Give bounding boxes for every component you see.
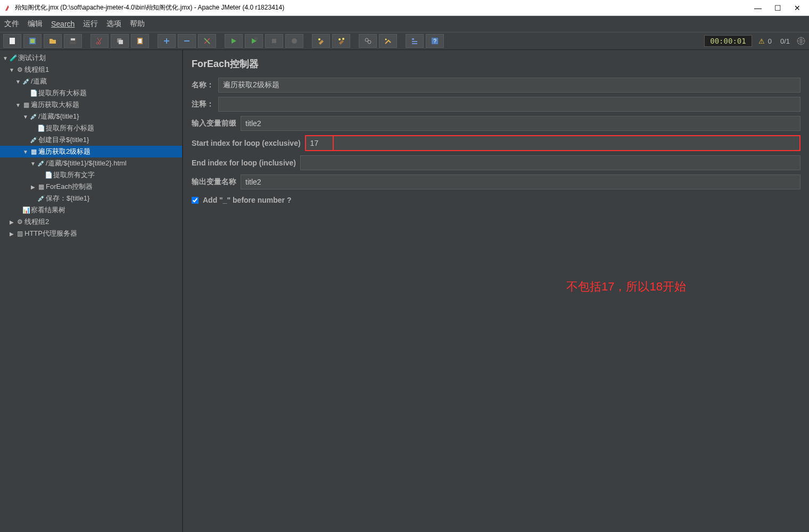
- tree-extractor[interactable]: 📄提取所有文字: [0, 169, 182, 181]
- tree-thread-group-1[interactable]: ▼⚙线程组1: [0, 64, 182, 76]
- tree-label: 提取所有文字: [53, 170, 95, 180]
- window-title: 殆知阁优化.jmx (D:\soft\apache-jmeter-4.0\bin…: [15, 3, 754, 12]
- menubar: 文件 编辑 Search 运行 选项 帮助: [0, 16, 809, 32]
- tree-panel: ▼🧪测试计划 ▼⚙线程组1 ▼💉/道藏 📄提取所有大标题 ▼▦遍历获取大标题 ▼…: [0, 50, 183, 532]
- svg-point-13: [339, 38, 341, 40]
- new-button[interactable]: [3, 34, 21, 48]
- tree-thread-group-2[interactable]: ▶⚙线程组2: [0, 216, 182, 228]
- pipette-icon: 💉: [36, 195, 46, 202]
- pipette-icon: 💉: [29, 113, 38, 120]
- panel-heading: ForEach控制器: [192, 57, 800, 70]
- status-area: ⚠ 0 0/1: [758, 36, 806, 46]
- doc-icon: 📄: [29, 89, 38, 97]
- pipette-icon: 💉: [36, 160, 46, 167]
- tree-label: /道藏/${title1}: [38, 112, 79, 121]
- menu-edit[interactable]: 编辑: [28, 19, 43, 29]
- menu-help[interactable]: 帮助: [130, 19, 145, 29]
- svg-rect-6: [119, 40, 123, 44]
- controller-icon: ▦: [21, 101, 31, 109]
- menu-file[interactable]: 文件: [4, 19, 19, 29]
- close-button[interactable]: ✕: [794, 4, 800, 12]
- open-button[interactable]: [44, 34, 62, 48]
- gear-icon: ⚙: [15, 66, 24, 73]
- templates-button[interactable]: [23, 34, 42, 48]
- menu-search[interactable]: Search: [51, 20, 75, 28]
- testplan-icon: 🧪: [9, 54, 18, 62]
- clear-all-button[interactable]: [332, 34, 350, 48]
- tree-beanshell[interactable]: 💉创建目录${title1}: [0, 134, 182, 146]
- doc-icon: 📄: [44, 171, 53, 179]
- warning-count: 0: [768, 37, 772, 45]
- end-index-label: End index for loop (inclusive): [192, 159, 296, 167]
- start-index-rest[interactable]: [334, 135, 800, 151]
- tree-foreach-3[interactable]: ▶▦ForEach控制器: [0, 181, 182, 193]
- elapsed-timer: 00:00:01: [704, 35, 752, 47]
- tree-label: 创建目录${title1}: [38, 135, 89, 145]
- cut-button[interactable]: [90, 34, 109, 48]
- controller-icon: ▦: [29, 148, 38, 155]
- doc-icon: 📄: [36, 124, 46, 132]
- tree-label: 线程组1: [24, 65, 49, 74]
- start-index-input[interactable]: [305, 135, 334, 151]
- stop-button[interactable]: [265, 34, 283, 48]
- start-index-label: Start index for loop (exclusive): [192, 139, 301, 147]
- svg-point-11: [292, 38, 297, 44]
- underscore-checkbox[interactable]: [192, 197, 199, 204]
- save-button[interactable]: [64, 34, 82, 48]
- tree-http-proxy[interactable]: ▶▥HTTP代理服务器: [0, 228, 182, 239]
- tree-label: /道藏/${title1}/${title2}.html: [46, 159, 127, 168]
- svg-point-9: [254, 37, 258, 40]
- pipette-icon: 💉: [29, 136, 38, 144]
- clear-button[interactable]: [312, 34, 330, 48]
- content-panel: ForEach控制器 名称： 注释： 输入变量前缀 Start index fo…: [183, 50, 809, 532]
- tree-label: 遍历获取大标题: [31, 100, 79, 110]
- expand-button[interactable]: [158, 34, 176, 48]
- tree-http-sampler[interactable]: ▼💉/道藏/${title1}: [0, 111, 182, 122]
- comment-row: 注释：: [192, 97, 800, 112]
- shutdown-button[interactable]: [285, 34, 303, 48]
- tree-foreach-2-selected[interactable]: ▼▦遍历获取2级标题: [0, 146, 182, 157]
- tree-test-plan[interactable]: ▼🧪测试计划: [0, 52, 182, 64]
- search-button[interactable]: [359, 34, 377, 48]
- start-no-timers-button[interactable]: [245, 34, 263, 48]
- tree-extractor[interactable]: 📄提取所有大标题: [0, 87, 182, 99]
- minimize-button[interactable]: —: [754, 4, 762, 12]
- collapse-button[interactable]: [178, 34, 196, 48]
- tree-foreach-1[interactable]: ▼▦遍历获取大标题: [0, 99, 182, 111]
- gear-icon: ⚙: [15, 218, 24, 226]
- start-button[interactable]: [225, 34, 243, 48]
- reset-search-button[interactable]: [379, 34, 397, 48]
- output-var-input[interactable]: [241, 174, 800, 189]
- tree-label: HTTP代理服务器: [24, 229, 77, 238]
- thread-count: 0/1: [780, 37, 790, 45]
- menu-options[interactable]: 选项: [106, 19, 121, 29]
- output-var-row: 输出变量名称: [192, 174, 800, 189]
- globe-icon: [796, 36, 806, 46]
- menu-run[interactable]: 运行: [83, 19, 98, 29]
- annotation-text: 不包括17，所以18开始: [566, 279, 686, 295]
- svg-rect-4: [71, 38, 75, 40]
- tree-extractor[interactable]: 📄提取所有小标题: [0, 122, 182, 134]
- tree-save[interactable]: 💉保存：${title1}: [0, 193, 182, 204]
- svg-rect-10: [272, 39, 276, 43]
- tree-label: 提取所有小标题: [46, 123, 94, 133]
- tree-view-results[interactable]: 📊察看结果树: [0, 204, 182, 216]
- toggle-button[interactable]: [198, 34, 216, 48]
- function-helper-button[interactable]: [406, 34, 424, 48]
- name-row: 名称：: [192, 78, 800, 93]
- svg-point-12: [318, 38, 320, 40]
- end-index-input[interactable]: [300, 155, 800, 170]
- svg-rect-19: [412, 41, 417, 42]
- pipette-icon: 💉: [21, 78, 31, 85]
- svg-rect-2: [30, 39, 35, 43]
- tree-http-sampler[interactable]: ▼💉/道藏: [0, 76, 182, 87]
- name-input[interactable]: [218, 78, 800, 93]
- prefix-input[interactable]: [241, 116, 800, 131]
- tree-label: 线程组2: [24, 217, 49, 227]
- tree-http-sampler[interactable]: ▼💉/道藏/${title1}/${title2}.html: [0, 157, 182, 169]
- copy-button[interactable]: [111, 34, 129, 48]
- comment-input[interactable]: [218, 97, 800, 112]
- paste-button[interactable]: [131, 34, 149, 48]
- help-button[interactable]: ?: [426, 34, 444, 48]
- maximize-button[interactable]: ☐: [774, 4, 781, 12]
